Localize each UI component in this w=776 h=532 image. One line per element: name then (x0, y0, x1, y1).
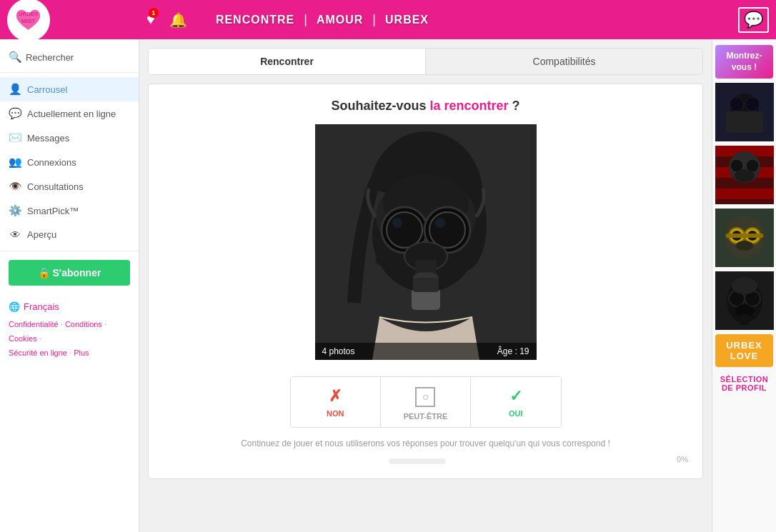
nav-urbex[interactable]: URBEX (385, 14, 429, 26)
smartpick-icon: ⚙️ (9, 204, 21, 217)
cookies-link[interactable]: Cookies (9, 334, 37, 343)
sidebar-label-smartpick: SmartPick™ (27, 206, 79, 216)
profile-thumb-2[interactable] (715, 146, 774, 204)
svg-point-34 (735, 169, 755, 182)
profile-photo-container: 4 photos Âge : 19 (315, 124, 537, 360)
photo-overlay: 4 photos Âge : 19 (315, 343, 537, 360)
sidebar-item-messages[interactable]: ✉️ Messages (0, 126, 139, 150)
yes-label: OUI (509, 409, 523, 418)
sidebar-label-online: Actuellement en ligne (27, 109, 116, 119)
chat-btn[interactable]: 💬 (738, 7, 769, 33)
progress-bar (389, 458, 446, 464)
consultations-icon: 👁️ (9, 180, 21, 193)
svg-point-24 (745, 97, 760, 111)
logo: URBEX MEET (7, 0, 50, 41)
nav-sep-2: | (372, 12, 376, 27)
bell-btn[interactable]: 🔔 (169, 11, 187, 29)
hint-text: Continuez de jouer et nous utiliserons v… (163, 438, 688, 448)
yes-icon: ✓ (478, 387, 553, 406)
securite-link[interactable]: Sécurité en ligne (9, 348, 67, 357)
sidebar-label-messages: Messages (27, 133, 69, 144)
bell-icon: 🔔 (169, 12, 187, 28)
action-no-btn[interactable]: ✗ NON (291, 377, 381, 427)
plus-link[interactable]: Plus (74, 348, 89, 357)
language-label: Français (24, 301, 59, 312)
nav-amour[interactable]: AMOUR (317, 14, 363, 26)
svg-point-15 (392, 218, 402, 228)
profile-thumb-1[interactable] (715, 83, 774, 141)
search-icon: 🔍 (9, 51, 21, 64)
svg-rect-20 (413, 278, 439, 292)
sidebar-item-apercu[interactable]: 👁 Aperçu (0, 223, 139, 246)
svg-point-23 (730, 97, 744, 111)
language-selector[interactable]: 🌐 Français (9, 301, 130, 312)
nav-rencontre[interactable]: RENCONTRE (216, 14, 294, 26)
svg-point-13 (387, 212, 422, 248)
notification-badge: 1 (149, 8, 159, 18)
maybe-icon: ○ (415, 387, 435, 407)
svg-point-16 (435, 218, 445, 228)
sidebar-label-connexions: Connexions (27, 157, 76, 168)
sidebar-item-carrousel[interactable]: 👤 Carrousel (0, 77, 139, 101)
sidebar-footer: 🌐 Français Confidentialité · Conditions … (0, 294, 139, 367)
profile-photo (315, 124, 537, 360)
confidentialite-link[interactable]: Confidentialité (9, 320, 59, 328)
svg-rect-26 (726, 111, 763, 133)
sidebar-divider-top (0, 72, 139, 73)
tabs-container: Rencontrer Compatibilités (148, 48, 703, 75)
right-sidebar: Montrez-vous ! (712, 39, 776, 532)
apercu-icon: 👁 (9, 229, 21, 241)
action-maybe-btn[interactable]: ○ PEUT-ÊTRE (381, 377, 471, 427)
profile-thumb-3[interactable] (715, 209, 774, 267)
globe-icon: 🌐 (9, 301, 20, 312)
sidebar-item-smartpick[interactable]: ⚙️ SmartPick™ (0, 199, 139, 223)
footer-links: Confidentialité · Conditions · Cookies ·… (9, 318, 130, 360)
sidebar-item-online[interactable]: 💬 Actuellement en ligne (0, 101, 139, 126)
svg-rect-30 (715, 189, 774, 199)
sidebar-divider-mid (0, 251, 139, 251)
svg-rect-48 (740, 314, 749, 325)
urbex-love-btn[interactable]: URBEX LOVE (715, 334, 773, 367)
sidebar-label-carrousel: Carrousel (27, 84, 67, 95)
sidebar-label-consultations: Consultations (27, 181, 84, 192)
maybe-label: PEUT-ÊTRE (404, 412, 448, 421)
sidebar-item-connexions[interactable]: 👥 Connexions (0, 150, 139, 174)
no-icon: ✗ (298, 387, 373, 406)
carousel-card: Souhaitez-vous la rencontrer ? (148, 84, 703, 479)
header-right: 💬 (715, 7, 769, 33)
nav-sep-1: | (304, 12, 307, 27)
montrez-vous-btn[interactable]: Montrez-vous ! (715, 45, 773, 79)
heart-notification-btn[interactable]: ♥ 1 (146, 11, 155, 28)
svg-point-42 (736, 241, 753, 251)
connexions-icon: 👥 (9, 156, 21, 169)
messages-icon: ✉️ (9, 131, 21, 144)
header: URBEX MEET ♥ 1 🔔 RENCONTRE | AMOUR | URB… (0, 0, 776, 39)
age-label: Âge : 19 (497, 346, 529, 356)
online-icon: 💬 (9, 107, 21, 120)
profile-thumb-4[interactable] (715, 271, 774, 330)
svg-point-49 (732, 277, 757, 294)
svg-point-14 (429, 212, 465, 248)
action-yes-btn[interactable]: ✓ OUI (471, 377, 560, 427)
action-buttons: ✗ NON ○ PEUT-ÊTRE ✓ OUI (290, 376, 562, 428)
subscribe-button[interactable]: 🔒 S'abonner (9, 260, 130, 286)
card-title-end: ? (509, 99, 520, 113)
sidebar: 🔍 Rechercher 👤 Carrousel 💬 Actuellement … (0, 39, 139, 532)
montrez-vous-label: Montrez-vous ! (727, 51, 762, 72)
progress-area: 0% (163, 453, 688, 464)
conditions-link[interactable]: Conditions (65, 320, 102, 328)
tab-rencontrer[interactable]: Rencontrer (149, 49, 426, 74)
card-title-bold: la rencontrer (429, 99, 508, 113)
sidebar-label-apercu: Aperçu (27, 229, 56, 240)
carousel-icon: 👤 (9, 83, 21, 96)
card-title-plain: Souhaitez-vous (331, 99, 429, 113)
logo-area: URBEX MEET (7, 0, 132, 41)
progress-label: 0% (677, 455, 688, 463)
svg-rect-41 (726, 234, 763, 238)
sidebar-item-consultations[interactable]: 👁️ Consultations (0, 174, 139, 199)
header-nav: RENCONTRE | AMOUR | URBEX (216, 12, 429, 27)
main-layout: 🔍 Rechercher 👤 Carrousel 💬 Actuellement … (0, 39, 776, 532)
search-item[interactable]: 🔍 Rechercher (0, 46, 139, 68)
tab-compatibilites[interactable]: Compatibilités (426, 49, 702, 74)
selection-profil-btn[interactable]: SÉLECTION DE PROFIL (715, 371, 773, 396)
